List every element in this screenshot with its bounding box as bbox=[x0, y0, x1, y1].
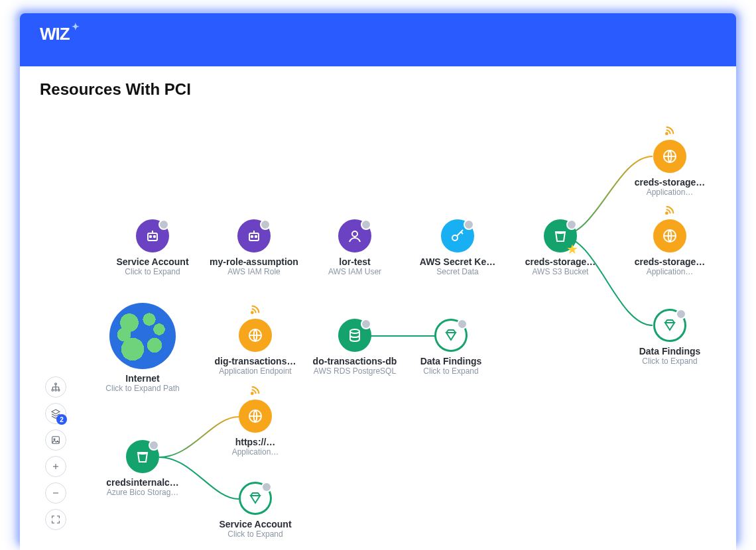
svg-point-10 bbox=[352, 231, 357, 237]
earth-icon bbox=[109, 303, 176, 369]
node-label: creds-storage… bbox=[511, 256, 610, 267]
node-service-account-2[interactable]: Service Account Click to Expand bbox=[206, 482, 305, 539]
node-azure-storage[interactable]: credsinternalc… Azure Bico Storag… bbox=[93, 440, 192, 497]
svg-point-19 bbox=[251, 392, 253, 394]
bucket-icon: ★ bbox=[544, 219, 577, 252]
zoom-in-button[interactable] bbox=[45, 456, 66, 477]
svg-point-21 bbox=[55, 383, 57, 385]
zoom-out-button[interactable] bbox=[45, 482, 66, 504]
node-sublabel: Secret Data bbox=[408, 267, 507, 276]
wiz-logo: WIZ ✦ bbox=[40, 24, 70, 44]
rss-icon bbox=[250, 385, 261, 398]
node-sublabel: AWS S3 Bucket bbox=[511, 267, 610, 276]
layers-badge: 2 bbox=[56, 414, 67, 425]
panel: Resources With PCI bbox=[20, 66, 736, 550]
star-icon: ★ bbox=[566, 241, 579, 254]
header: WIZ ✦ bbox=[20, 13, 736, 54]
layers-button[interactable]: 2 bbox=[45, 403, 66, 424]
app-frame: WIZ ✦ Resources With PCI bbox=[20, 13, 736, 543]
node-creds-storage-app-1[interactable]: creds-storage… Application… bbox=[620, 140, 720, 197]
svg-point-12 bbox=[666, 133, 668, 135]
globe-icon bbox=[239, 319, 272, 352]
node-label: Data Findings bbox=[620, 346, 720, 357]
robot-icon bbox=[237, 219, 271, 252]
node-label: Internet bbox=[93, 373, 192, 384]
node-label: creds-storage… bbox=[620, 177, 720, 188]
svg-point-8 bbox=[255, 236, 257, 237]
node-sublabel: Click to Expand Path bbox=[93, 384, 192, 393]
hierarchy-button[interactable] bbox=[45, 376, 66, 398]
rss-icon bbox=[664, 205, 675, 218]
globe-icon bbox=[653, 140, 686, 173]
node-label: AWS Secret Ke… bbox=[408, 256, 507, 267]
node-service-account-1[interactable]: Service Account Click to Expand bbox=[103, 219, 202, 276]
node-sublabel: Azure Bico Storag… bbox=[93, 488, 192, 497]
user-icon bbox=[338, 219, 371, 252]
node-creds-storage-bucket[interactable]: ★ creds-storage… AWS S3 Bucket bbox=[511, 219, 610, 276]
node-sublabel: Click to Expand bbox=[206, 529, 305, 539]
svg-point-22 bbox=[52, 389, 54, 391]
node-label: dig-transactions… bbox=[206, 356, 305, 366]
node-sublabel: Click to Expand bbox=[103, 267, 202, 276]
node-sublabel: AWS IAM User bbox=[305, 267, 405, 276]
diamond-icon bbox=[653, 309, 686, 342]
node-data-findings-2[interactable]: Data Findings Click to Expand bbox=[401, 319, 501, 376]
graph-toolbar: 2 bbox=[45, 376, 69, 530]
graph-canvas[interactable]: Service Account Click to Expand my-role-… bbox=[20, 107, 736, 550]
diamond-icon bbox=[239, 482, 272, 515]
database-icon bbox=[338, 319, 371, 352]
node-label: Data Findings bbox=[401, 356, 501, 366]
diamond-icon bbox=[434, 319, 468, 352]
node-sublabel: Click to Expand bbox=[620, 357, 720, 366]
node-label: Service Account bbox=[103, 256, 202, 267]
node-sublabel: AWS RDS PostgreSQL bbox=[305, 366, 405, 376]
node-label: credsinternalc… bbox=[93, 477, 192, 488]
image-button[interactable] bbox=[45, 429, 66, 451]
node-sublabel: AWS IAM Role bbox=[204, 267, 304, 276]
node-label: do-transactions-db bbox=[305, 356, 405, 366]
wiz-logo-text: WIZ bbox=[40, 24, 70, 44]
svg-point-23 bbox=[55, 389, 57, 391]
robot-icon bbox=[136, 219, 169, 252]
globe-icon bbox=[239, 400, 272, 433]
node-label: creds-storage… bbox=[620, 256, 720, 267]
node-my-role-assumption[interactable]: my-role-assumption AWS IAM Role bbox=[204, 219, 304, 276]
svg-point-7 bbox=[251, 236, 253, 237]
node-label: https://… bbox=[206, 437, 305, 447]
svg-point-3 bbox=[150, 236, 151, 237]
sparkle-icon: ✦ bbox=[72, 21, 79, 32]
node-label: lor-test bbox=[305, 256, 405, 267]
rss-icon bbox=[250, 304, 261, 317]
svg-rect-25 bbox=[52, 437, 60, 444]
rss-icon bbox=[664, 125, 675, 138]
node-do-transactions-db[interactable]: do-transactions-db AWS RDS PostgreSQL bbox=[305, 319, 405, 376]
node-https-endpoint[interactable]: https://… Application… bbox=[206, 400, 305, 457]
svg-point-14 bbox=[666, 212, 668, 214]
svg-point-16 bbox=[251, 311, 253, 313]
node-internet[interactable]: Internet Click to Expand Path bbox=[93, 303, 192, 393]
node-label: my-role-assumption bbox=[204, 256, 304, 267]
node-creds-storage-app-2[interactable]: creds-storage… Application… bbox=[620, 219, 720, 276]
key-icon bbox=[441, 219, 474, 252]
svg-point-4 bbox=[154, 236, 155, 237]
svg-point-24 bbox=[58, 389, 60, 391]
node-data-findings-1[interactable]: Data Findings Click to Expand bbox=[620, 309, 720, 366]
node-sublabel: Application… bbox=[620, 188, 720, 197]
node-dig-transactions[interactable]: dig-transactions… Application Endpoint bbox=[206, 319, 305, 376]
node-sublabel: Application Endpoint bbox=[206, 366, 305, 376]
node-sublabel: Click to Expand bbox=[401, 366, 501, 376]
node-aws-secret-key[interactable]: AWS Secret Ke… Secret Data bbox=[408, 219, 507, 276]
svg-point-11 bbox=[452, 235, 458, 241]
svg-point-18 bbox=[350, 329, 359, 333]
globe-icon bbox=[653, 219, 686, 252]
node-sublabel: Application… bbox=[206, 447, 305, 457]
node-label: Service Account bbox=[206, 519, 305, 529]
node-sublabel: Application… bbox=[620, 267, 720, 276]
svg-point-26 bbox=[54, 439, 55, 440]
fullscreen-button[interactable] bbox=[45, 509, 66, 530]
node-lor-test[interactable]: lor-test AWS IAM User bbox=[305, 219, 405, 276]
page-title: Resources With PCI bbox=[20, 67, 736, 99]
bucket-icon bbox=[126, 440, 159, 473]
